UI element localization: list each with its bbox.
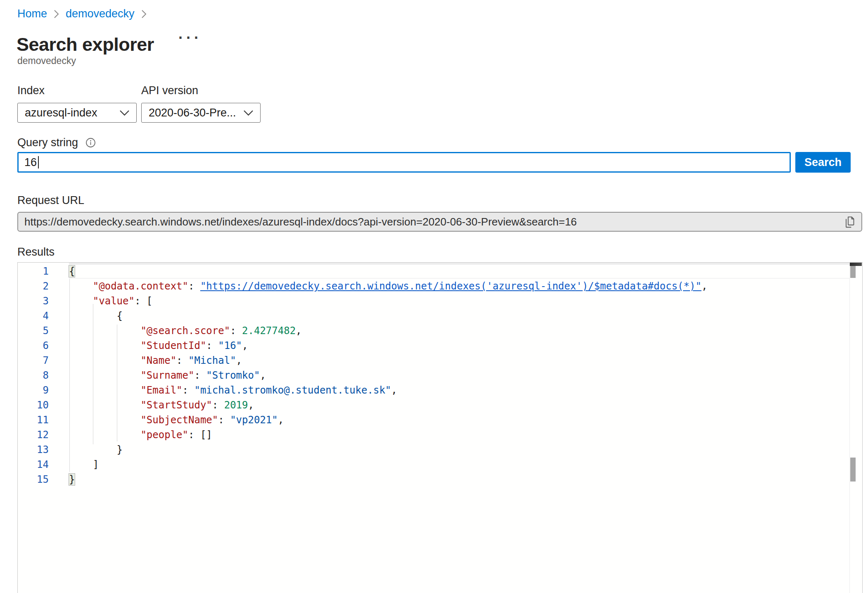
code-line: { <box>69 308 707 323</box>
text-cursor <box>38 156 39 168</box>
code-line: "@odata.context": "https://demovedecky.s… <box>69 279 707 294</box>
query-input-wrap <box>17 152 791 173</box>
search-button[interactable]: Search <box>795 152 851 173</box>
code-line: "Surname": "Stromko", <box>69 368 707 383</box>
line-number: 13 <box>18 442 49 457</box>
line-number: 6 <box>18 338 49 353</box>
query-string-label: Query string <box>17 136 78 149</box>
line-number: 2 <box>18 279 49 294</box>
scrollbar-track-edge <box>849 263 850 593</box>
line-number: 14 <box>18 457 49 472</box>
editor-code: { "@odata.context": "https://demovedecky… <box>69 264 707 487</box>
request-url-value: https://demovedecky.search.windows.net/i… <box>24 216 838 228</box>
code-line: "StudentId": "16", <box>69 338 707 353</box>
breadcrumb: Home demovedecky <box>17 7 147 20</box>
query-string-label-row: Query string <box>17 136 96 149</box>
line-number: 4 <box>18 308 49 323</box>
line-number: 8 <box>18 368 49 383</box>
api-version-select[interactable]: 2020-06-30-Pre... <box>141 103 261 123</box>
page-subtitle: demovedecky <box>17 55 76 66</box>
results-label: Results <box>17 246 55 259</box>
code-line: { <box>69 264 707 279</box>
search-explorer-page: Home demovedecky Search explorer ··· dem… <box>0 0 868 593</box>
line-number: 15 <box>18 472 49 487</box>
line-number: 3 <box>18 294 49 308</box>
code-line: "SubjectName": "vp2021", <box>69 413 707 427</box>
code-line: "StartStudy": 2019, <box>69 398 707 413</box>
api-version-select-value: 2020-06-30-Pre... <box>149 107 236 119</box>
index-label: Index <box>17 84 45 97</box>
page-title: Search explorer <box>17 34 154 55</box>
code-line: ] <box>69 457 707 472</box>
info-icon[interactable] <box>85 138 96 148</box>
code-line: "@search.score": 2.4277482, <box>69 323 707 338</box>
results-json-editor[interactable]: 123456789101112131415 { "@odata.context"… <box>17 262 863 593</box>
vertical-scrollbar-thumb[interactable] <box>850 266 856 278</box>
line-number: 1 <box>18 264 49 279</box>
chevron-right-icon <box>54 9 59 19</box>
code-line: } <box>69 472 707 487</box>
editor-gutter: 123456789101112131415 <box>18 264 49 487</box>
code-line: } <box>69 442 707 457</box>
line-number: 7 <box>18 353 49 368</box>
code-line: "value": [ <box>69 294 707 308</box>
copy-button[interactable] <box>843 215 856 228</box>
line-number: 10 <box>18 398 49 413</box>
more-menu-button[interactable]: ··· <box>177 30 204 46</box>
chevron-down-icon <box>243 110 254 116</box>
request-url-label: Request URL <box>17 194 84 207</box>
query-input[interactable] <box>17 152 791 173</box>
index-select[interactable]: azuresql-index <box>17 103 137 123</box>
request-url-field[interactable]: https://demovedecky.search.windows.net/i… <box>17 212 862 232</box>
line-number: 5 <box>18 323 49 338</box>
line-number: 12 <box>18 427 49 442</box>
overview-ruler-top-decoration <box>850 263 862 266</box>
code-line: "Name": "Michal", <box>69 353 707 368</box>
index-select-value: azuresql-index <box>25 107 97 119</box>
breadcrumb-home-link[interactable]: Home <box>17 7 47 20</box>
breadcrumb-demovedecky-link[interactable]: demovedecky <box>66 7 135 20</box>
copy-icon <box>843 215 856 228</box>
api-version-label: API version <box>141 84 198 97</box>
line-number: 11 <box>18 413 49 427</box>
chevron-down-icon <box>119 110 130 116</box>
line-number: 9 <box>18 383 49 398</box>
chevron-right-icon <box>141 9 147 19</box>
code-line: "Email": "michal.stromko@.student.tuke.s… <box>69 383 707 398</box>
overview-ruler-mark <box>850 458 856 482</box>
code-line: "people": [] <box>69 427 707 442</box>
